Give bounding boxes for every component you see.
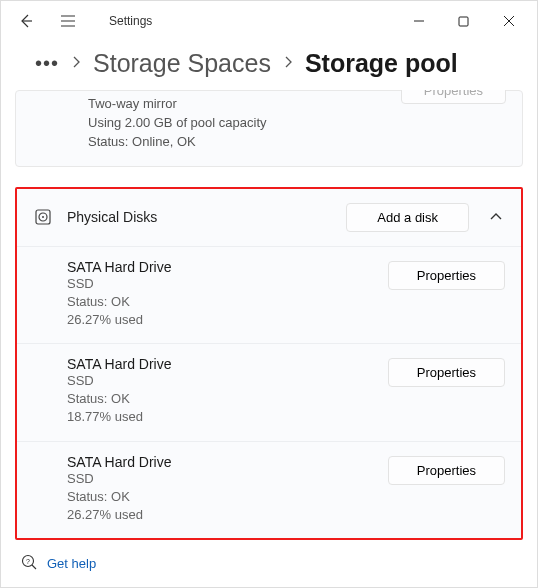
breadcrumb-sep-icon	[71, 55, 81, 73]
disk-info: SATA Hard Drive SSD Status: OK 18.77% us…	[33, 356, 388, 427]
disk-used: 26.27% used	[67, 311, 388, 329]
breadcrumb-overflow[interactable]: •••	[35, 52, 59, 75]
svg-rect-0	[459, 17, 468, 26]
disk-status: Status: OK	[67, 488, 388, 506]
breadcrumb: ••• Storage Spaces Storage pool	[1, 41, 537, 90]
hard-disk-icon	[33, 207, 53, 227]
svg-point-3	[42, 216, 44, 218]
help-icon: ?	[21, 554, 37, 573]
storage-space-card: Properties Two-way mirror Using 2.00 GB …	[15, 90, 523, 167]
disk-status: Status: OK	[67, 390, 388, 408]
disk-used: 26.27% used	[67, 506, 388, 524]
disk-used: 18.77% used	[67, 408, 388, 426]
content-area: Properties Two-way mirror Using 2.00 GB …	[1, 90, 537, 542]
properties-button[interactable]: Properties	[388, 358, 505, 387]
settings-window: Settings ••• Storage Spaces Storage pool	[0, 0, 538, 588]
properties-button[interactable]: Properties	[401, 90, 506, 104]
get-help-link[interactable]: Get help	[47, 556, 96, 571]
svg-text:?: ?	[26, 558, 30, 565]
disk-type: SSD	[67, 372, 388, 390]
disk-info: SATA Hard Drive SSD Status: OK 26.27% us…	[33, 454, 388, 525]
window-title: Settings	[109, 14, 152, 28]
disk-type: SSD	[67, 275, 388, 293]
section-header: Physical Disks Add a disk	[17, 189, 521, 247]
titlebar: Settings	[1, 1, 537, 41]
disk-name: SATA Hard Drive	[67, 454, 388, 470]
disk-name: SATA Hard Drive	[67, 259, 388, 275]
menu-button[interactable]	[53, 6, 83, 36]
add-a-disk-button[interactable]: Add a disk	[346, 203, 469, 232]
disk-status: Status: OK	[67, 293, 388, 311]
properties-button[interactable]: Properties	[388, 456, 505, 485]
section-title: Physical Disks	[67, 209, 157, 225]
breadcrumb-sep-icon	[283, 55, 293, 73]
physical-disks-section: Physical Disks Add a disk SATA Hard Driv…	[15, 187, 523, 541]
disk-name: SATA Hard Drive	[67, 356, 388, 372]
storage-space-status: Status: Online, OK	[88, 133, 506, 152]
titlebar-left: Settings	[11, 6, 152, 36]
close-button[interactable]	[486, 6, 531, 36]
window-controls	[396, 6, 531, 36]
disk-row: SATA Hard Drive SSD Status: OK 18.77% us…	[17, 344, 521, 442]
minimize-button[interactable]	[396, 6, 441, 36]
footer: ? Get help	[1, 542, 537, 587]
back-button[interactable]	[11, 6, 41, 36]
maximize-button[interactable]	[441, 6, 486, 36]
collapse-toggle[interactable]	[487, 212, 505, 222]
disk-info: SATA Hard Drive SSD Status: OK 26.27% us…	[33, 259, 388, 330]
breadcrumb-current: Storage pool	[305, 49, 458, 78]
disk-row: SATA Hard Drive SSD Status: OK 26.27% us…	[17, 442, 521, 539]
disk-row: SATA Hard Drive SSD Status: OK 26.27% us…	[17, 247, 521, 345]
properties-button[interactable]: Properties	[388, 261, 505, 290]
disk-type: SSD	[67, 470, 388, 488]
storage-space-capacity: Using 2.00 GB of pool capacity	[88, 114, 506, 133]
breadcrumb-prev[interactable]: Storage Spaces	[93, 49, 271, 78]
